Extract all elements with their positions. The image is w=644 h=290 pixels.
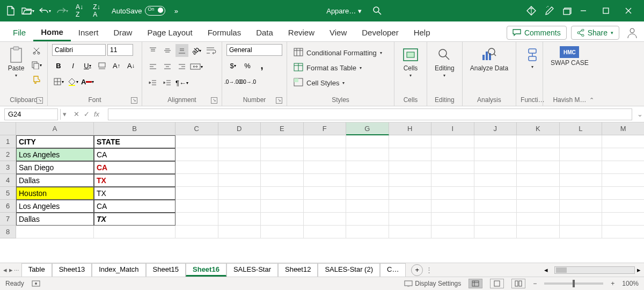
analyze-data-button[interactable]: Analyze Data	[467, 44, 511, 74]
cell-D3[interactable]	[218, 161, 261, 174]
col-header-F[interactable]: F	[304, 122, 347, 135]
cell-G5[interactable]	[346, 187, 389, 200]
cells-button[interactable]: Cells▾	[399, 44, 422, 80]
cell-A6[interactable]: Los Angeles	[16, 200, 94, 213]
row-header-1[interactable]: 1	[0, 135, 16, 148]
cell-A4[interactable]: Dallas	[16, 174, 94, 187]
cell-K3[interactable]	[517, 161, 560, 174]
currency-icon[interactable]: $▾	[226, 59, 239, 72]
accept-formula-icon[interactable]: ✓	[84, 110, 90, 118]
page-break-view-button[interactable]	[511, 279, 525, 288]
sheet-tab-sheet15[interactable]: Sheet15	[146, 263, 186, 277]
cell-K8[interactable]	[517, 226, 560, 238]
col-header-D[interactable]: D	[218, 122, 261, 135]
cell-J1[interactable]	[474, 135, 517, 148]
tab-draw[interactable]: Draw	[106, 25, 140, 40]
cell-H6[interactable]	[389, 200, 432, 213]
cell-E5[interactable]	[261, 187, 304, 200]
cell-A5[interactable]: Houston	[16, 187, 94, 200]
hscroll-right-icon[interactable]: ▸	[637, 266, 641, 274]
cell-I6[interactable]	[431, 200, 474, 213]
cell-B6[interactable]: CA	[94, 200, 175, 213]
double-underline-icon[interactable]	[96, 59, 108, 72]
cell-D1[interactable]	[218, 135, 261, 148]
cell-C7[interactable]	[175, 213, 218, 226]
cell-H8[interactable]	[389, 226, 432, 238]
cell-G2[interactable]	[346, 148, 389, 161]
col-header-I[interactable]: I	[431, 122, 474, 135]
tab-data[interactable]: Data	[248, 25, 281, 40]
cell-K5[interactable]	[517, 187, 560, 200]
paste-button[interactable]: Paste ▾	[4, 44, 28, 80]
tab-file[interactable]: File	[5, 25, 33, 40]
cell-C2[interactable]	[175, 148, 218, 161]
cell-M3[interactable]	[602, 161, 644, 174]
cell-F7[interactable]	[304, 213, 347, 226]
cell-K1[interactable]	[517, 135, 560, 148]
cell-D2[interactable]	[218, 148, 261, 161]
cancel-formula-icon[interactable]: ✕	[74, 110, 79, 118]
account-icon[interactable]	[626, 26, 639, 39]
cell-C3[interactable]	[175, 161, 218, 174]
cell-H1[interactable]	[389, 135, 432, 148]
add-sheet-button[interactable]: +	[411, 264, 423, 276]
cell-E4[interactable]	[261, 174, 304, 187]
wrap-text-icon[interactable]	[204, 44, 217, 57]
display-settings-button[interactable]: Display Settings	[404, 280, 461, 287]
sort-desc-icon[interactable]: Z↓A	[90, 4, 103, 17]
cell-B5[interactable]: TX	[94, 187, 175, 200]
copy-icon[interactable]: ▾	[30, 59, 43, 71]
undo-icon[interactable]: ▾	[39, 4, 52, 17]
row-header-4[interactable]: 4	[0, 174, 16, 187]
cell-E1[interactable]	[261, 135, 304, 148]
cell-D4[interactable]	[218, 174, 261, 187]
cell-A8[interactable]	[16, 226, 94, 238]
cell-E7[interactable]	[261, 213, 304, 226]
dialog-launcher-icon[interactable]: ↘	[36, 97, 43, 104]
cell-D6[interactable]	[218, 200, 261, 213]
hscroll-left-icon[interactable]: ◂	[544, 266, 548, 274]
row-header-8[interactable]: 8	[0, 226, 16, 238]
cell-I1[interactable]	[431, 135, 474, 148]
name-box[interactable]	[4, 108, 58, 120]
cell-E2[interactable]	[261, 148, 304, 161]
dialog-launcher-icon[interactable]: ↘	[276, 97, 282, 104]
toggle-switch-icon[interactable]: On	[145, 6, 165, 16]
cell-G8[interactable]	[346, 226, 389, 238]
decrease-font-icon[interactable]: A↓	[125, 59, 137, 72]
cell-B4[interactable]: TX	[94, 174, 175, 187]
align-center-icon[interactable]	[161, 60, 174, 73]
number-format-select[interactable]	[226, 44, 282, 56]
normal-view-button[interactable]	[469, 279, 482, 288]
decrease-decimal-icon[interactable]: .00→.0	[241, 75, 254, 88]
cell-I4[interactable]	[431, 174, 474, 187]
align-bottom-icon[interactable]	[175, 44, 188, 57]
cell-A2[interactable]: Los Angeles	[16, 148, 94, 161]
comma-icon[interactable]: ,	[255, 59, 268, 72]
cell-B3[interactable]: CA	[94, 161, 175, 174]
cell-M1[interactable]	[602, 135, 644, 148]
cell-C4[interactable]	[175, 174, 218, 187]
italic-button[interactable]: I	[67, 59, 79, 72]
underline-button[interactable]: U▾	[81, 59, 94, 72]
cell-M5[interactable]	[602, 187, 644, 200]
cell-L6[interactable]	[560, 200, 603, 213]
document-name[interactable]: Appare… ▾	[326, 7, 362, 15]
align-left-icon[interactable]	[147, 60, 159, 73]
more-commands-icon[interactable]: »	[170, 4, 182, 17]
cell-B1[interactable]: STATE	[94, 135, 175, 148]
col-header-H[interactable]: H	[389, 122, 432, 135]
sheet-tab-sheet16[interactable]: Sheet16	[186, 263, 226, 277]
cell-J8[interactable]	[474, 226, 517, 238]
tab-formulas[interactable]: Formulas	[200, 25, 249, 40]
cell-M4[interactable]	[602, 174, 644, 187]
rtl-icon[interactable]: ¶←▾	[175, 76, 188, 89]
zoom-slider[interactable]	[544, 282, 603, 285]
sort-asc-icon[interactable]: A↓Z	[73, 4, 86, 17]
col-header-B[interactable]: B	[94, 122, 175, 135]
cell-F1[interactable]	[304, 135, 347, 148]
fx-icon[interactable]: fx	[94, 110, 99, 118]
format-as-table-button[interactable]: Format as Table▾	[291, 61, 384, 74]
cell-L8[interactable]	[560, 226, 603, 238]
share-button[interactable]: Share▾	[571, 26, 619, 40]
